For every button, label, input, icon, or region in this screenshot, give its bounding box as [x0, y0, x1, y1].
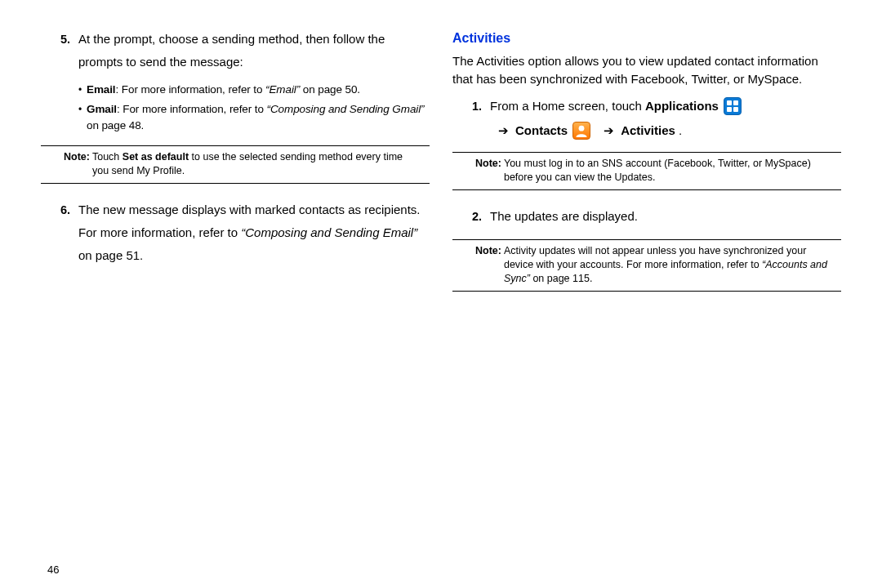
bullet-text: Gmail: For more information, refer to “C…: [87, 101, 430, 134]
svg-point-0: [579, 126, 585, 131]
applications-label: Applications: [645, 96, 719, 116]
step-body: ➔ Contacts ➔ Activities.: [490, 121, 841, 140]
step-2: 2. The updates are displayed.: [452, 205, 841, 228]
step-text: At the prompt, choose a sending method, …: [78, 28, 430, 74]
bullet-gmail: • Gmail: For more information, refer to …: [78, 101, 430, 134]
reference-link[interactable]: “Composing and Sending Email”: [241, 225, 417, 239]
activities-label: Activities: [621, 121, 675, 140]
manual-page: 5. At the prompt, choose a sending metho…: [0, 0, 882, 306]
step-text: The updates are displayed.: [490, 205, 841, 228]
step-number: 5.: [41, 28, 78, 74]
note-sync-required: Note: Activity updates will not appear u…: [452, 239, 841, 292]
left-column: 5. At the prompt, choose a sending metho…: [41, 28, 430, 306]
note-text: You must log in to an SNS account (Faceb…: [504, 157, 841, 185]
note-text: Touch Set as default to use the selected…: [92, 150, 430, 178]
step-number: 1.: [452, 96, 490, 116]
step-5: 5. At the prompt, choose a sending metho…: [41, 28, 430, 74]
step-text: The new message displays with marked con…: [78, 198, 430, 267]
note-label: Note:: [475, 244, 501, 286]
applications-icon: [724, 97, 742, 115]
step-body: From a Home screen, touch Applications: [490, 96, 841, 116]
reference-link[interactable]: “Composing and Sending Gmail”: [267, 103, 425, 115]
contacts-icon: [572, 122, 590, 140]
step-6: 6. The new message displays with marked …: [41, 198, 430, 267]
note-sns-login: Note: You must log in to an SNS account …: [452, 152, 841, 190]
bullet-icon: •: [78, 101, 87, 134]
page-number: 46: [47, 564, 59, 576]
note-text: Activity updates will not appear unless …: [504, 244, 841, 286]
step-number: 2.: [452, 205, 490, 228]
contacts-label: Contacts: [515, 121, 568, 140]
set-as-default-label: Set as default: [122, 151, 189, 163]
right-column: Activities The Activities option allows …: [452, 28, 841, 306]
bullet-email: • Email: For more information, refer to …: [78, 82, 430, 98]
step-1-line2: ➔ Contacts ➔ Activities.: [452, 121, 841, 140]
note-label: Note:: [64, 150, 90, 178]
note-set-as-default: Note: Touch Set as default to use the se…: [41, 145, 430, 184]
step-number: 6.: [41, 198, 78, 267]
bullet-icon: •: [78, 82, 87, 98]
bullet-text: Email: For more information, refer to “E…: [87, 82, 430, 98]
bullet-label: Gmail: [87, 103, 117, 115]
note-label: Note:: [475, 157, 501, 185]
arrow-icon: ➔: [498, 121, 509, 140]
intro-paragraph: The Activities option allows you to view…: [452, 52, 841, 88]
bullet-label: Email: [87, 83, 116, 96]
arrow-icon: ➔: [604, 121, 614, 140]
section-heading-activities: Activities: [452, 31, 841, 46]
reference-link[interactable]: “Email”: [265, 83, 300, 96]
step-1: 1. From a Home screen, touch Application…: [452, 96, 841, 116]
